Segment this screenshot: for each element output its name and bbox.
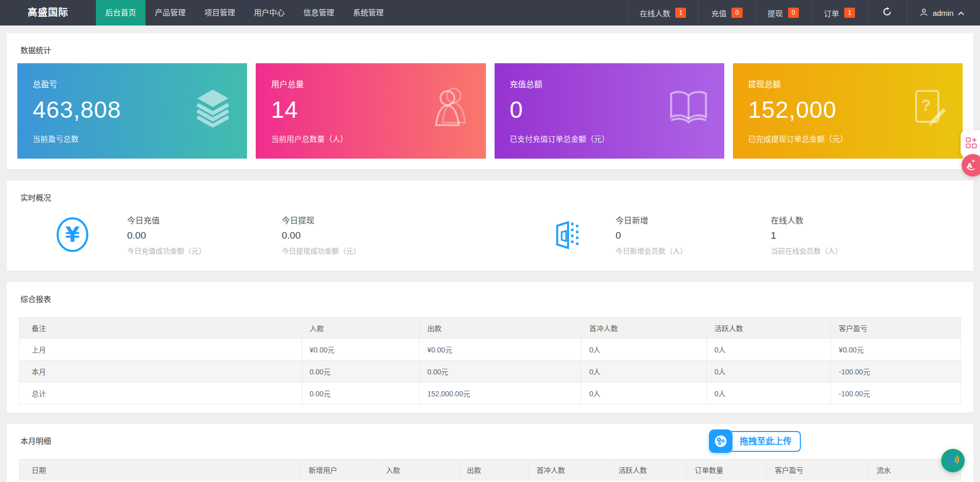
status-withdraw[interactable]: 提现 0 [755,0,811,26]
column-header: 客户盈亏 [767,460,868,480]
table-cell: 0人 [706,339,831,361]
realtime-panel-title: 实时概况 [7,181,973,211]
stat-card-withdraw-total: 提现总额 152,000 已完成提现订单总金额（元） ? [733,63,963,159]
stat-card-total-users: 用户总量 14 当前用户总数量（人） [256,63,485,159]
stat-card-total-profit: 总盈亏 463,808 当前盈亏总数 [17,63,247,159]
column-header: 首冲人数 [581,318,706,339]
status-online-users[interactable]: 在线人数 1 [627,0,698,26]
stat-value: 0 [616,230,771,241]
column-header: 入款 [302,318,420,339]
building-dots-icon [519,219,616,250]
nav-tab-users[interactable]: 用户中心 [244,0,294,26]
table-cell: ¥0.00元 [378,480,459,482]
table-row: 上月 ¥0.00元 ¥0.00元 0人 0人 ¥0.00元 [19,339,961,361]
yuan-circle-icon: ¥ [17,216,127,253]
table-cell: 0.00元 [459,480,529,482]
table-cell: 0人 [706,383,831,404]
open-book-icon [667,87,710,130]
column-header: 备注 [19,318,302,339]
card-caption: 已支付充值订单总金额（元） [510,133,709,144]
realtime-stat-today-withdraw: 今日提现 0.00 今日提现成功金额（元） [282,214,519,256]
realtime-stat-online-members: 在线人数 1 当前在线会员数（人） [771,214,963,256]
table-cell: 0.00元 [302,361,420,383]
column-header: 入款 [378,460,459,480]
column-header: 新增用户 [301,460,378,480]
drag-upload-tooltip[interactable]: 拖拽至此上传 [709,429,801,453]
column-header: 订单数量 [687,460,767,480]
report-panel: 综合报表 备注 入款 出款 首冲人数 活跃人数 客户盈亏 上月 ¥0. [7,282,973,413]
stat-label: 在线人数 [771,214,963,226]
brand-logo: 高盛国际 [0,0,96,26]
table-row: 2026-03-01 0人 ¥0.00元 0.00元 0人 0人 0条 ¥0.0… [19,480,961,482]
card-caption: 已完成提现订单总金额（元） [748,133,947,144]
user-silhouette-icon [431,86,472,131]
stat-value: 0.00 [282,230,519,241]
main-menu: 后台首页 产品管理 项目管理 用户中心 信息管理 系统管理 [96,0,393,26]
table-cell: 0条 [687,480,767,482]
stat-label: 今日充值 [127,214,282,226]
stat-caption: 今日提现成功金额（元） [282,245,519,256]
text-to-speech-button[interactable] [941,449,965,472]
table-cell: 152,000.00元 [420,383,581,404]
column-header: 活跃人数 [706,318,831,339]
table-cell: 0人 [610,480,687,482]
table-cell: ¥0.00元 [831,339,961,361]
top-navbar: 高盛国际 后台首页 产品管理 项目管理 用户中心 信息管理 系统管理 在线人数 … [0,0,980,26]
status-label: 在线人数 [640,8,670,18]
refresh-button[interactable] [867,0,906,26]
extension-apps-widget[interactable] [961,130,980,158]
column-header: 活跃人数 [610,460,687,480]
dashboard-content: 数据统计 总盈亏 463,808 当前盈亏总数 用户总量 14 [0,26,980,482]
card-caption: 当前用户总数量（人） [271,133,470,144]
username: admin [933,9,953,17]
cloud-drive-icon [709,429,732,453]
status-orders[interactable]: 订单 1 [811,0,867,26]
nav-tab-projects[interactable]: 项目管理 [195,0,244,26]
status-recharge[interactable]: 充值 0 [698,0,754,26]
table-cell: ¥0.00元 [420,339,581,361]
layers-icon [193,88,233,130]
status-badge: 1 [844,8,855,18]
speaker-icon [945,451,961,470]
stat-value: 0.00 [127,230,282,241]
table-header-row: 日期 新增用户 入款 出款 首冲人数 活跃人数 订单数量 客户盈亏 流水 [19,460,961,480]
card-caption: 当前盈亏总数 [33,133,232,144]
svg-text:?: ? [921,96,931,114]
realtime-grid: ¥ 今日充值 0.00 今日充值成功金额（元） 今日提现 0.00 今日提现成功… [7,211,973,271]
table-cell: 0人 [581,383,706,404]
table-cell: ¥0.00元 [302,339,420,361]
status-label: 订单 [824,8,839,18]
table-cell: 0人 [581,361,706,383]
table-cell: 0人 [529,480,611,482]
nav-tab-system[interactable]: 系统管理 [344,0,393,26]
table-cell: 0人 [706,361,831,383]
stat-caption: 今日新增会员数（人） [616,245,771,256]
detail-panel: 本月明细 日期 新增用户 入款 出款 首冲人数 活跃人数 订单数量 客户盈亏 流… [7,424,973,482]
table-cell: 0人 [581,339,706,361]
translate-widget[interactable]: A [962,154,980,176]
table-cell: 总计 [19,383,302,404]
column-header: 首冲人数 [529,460,611,480]
nav-tab-messages[interactable]: 信息管理 [294,0,344,26]
stat-caption: 今日充值成功金额（元） [127,245,282,256]
realtime-panel: 实时概况 ¥ 今日充值 0.00 今日充值成功金额（元） 今日提现 0.00 今… [7,181,973,271]
stats-panel: 数据统计 总盈亏 463,808 当前盈亏总数 用户总量 14 [7,33,973,169]
user-menu[interactable]: admin [906,0,980,26]
table-row: 总计 0.00元 152,000.00元 0人 0人 -100.00元 [19,383,961,404]
column-header: 日期 [19,460,301,480]
stats-panel-title: 数据统计 [7,33,973,63]
column-header: 出款 [459,460,529,480]
stat-caption: 当前在线会员数（人） [771,245,963,256]
status-badge: 0 [731,8,742,18]
status-label: 充值 [711,8,726,18]
table-cell: 0人 [301,480,378,482]
nav-tab-dashboard[interactable]: 后台首页 [96,0,145,26]
stat-label: 今日提现 [282,214,519,226]
stat-label: 今日新增 [616,214,771,226]
stat-value: 1 [771,230,963,241]
nav-tab-products[interactable]: 产品管理 [145,0,195,26]
user-icon [919,8,928,18]
table-cell: ¥0.00元 [869,480,961,482]
translate-icon: A [965,158,978,173]
table-cell: 上月 [19,339,302,361]
